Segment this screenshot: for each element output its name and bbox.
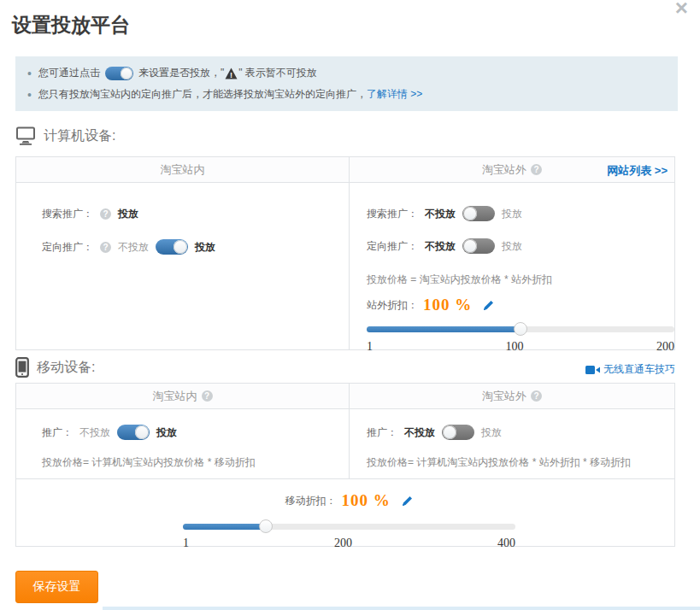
toggle-knob[interactable] xyxy=(174,240,187,254)
slider-min-label: 1 xyxy=(367,340,373,354)
header-taobao-inside: 淘宝站内 ? xyxy=(16,384,350,408)
header-label: 淘宝站外 xyxy=(482,389,526,404)
help-icon[interactable]: ? xyxy=(100,208,111,220)
search-promo-label: 搜索推广： xyxy=(42,207,93,221)
outside-discount-line: 站外折扣： 100 % xyxy=(367,296,674,314)
state-off-label: 不投放 xyxy=(404,425,435,440)
state-on-label: 投放 xyxy=(502,207,522,221)
state-off-label: 不投放 xyxy=(425,207,456,221)
target-promo-toggle[interactable] xyxy=(156,239,188,255)
slider-min-label: 1 xyxy=(183,537,189,550)
mobile-platform-table: 淘宝站内 ? 淘宝站外 ? 推广： 不投放 投放 投放价格= 计算机淘宝站内投放… xyxy=(15,383,675,547)
target-promo-label: 定向推广： xyxy=(367,239,418,254)
header-label: 淘宝站内 xyxy=(161,162,205,178)
notice-text-pre: 您可通过点击 xyxy=(38,66,100,80)
mobile-discount-line: 移动折扣： 100 % xyxy=(183,491,515,510)
target-promo-label: 定向推广： xyxy=(42,240,93,255)
computer-section-title: 计算机设备: xyxy=(44,127,115,145)
mobile-discount-value: 100 % xyxy=(341,491,390,510)
outside-discount-label: 站外折扣： xyxy=(367,298,418,313)
slider-fill xyxy=(367,326,521,332)
state-on-label: 投放 xyxy=(156,425,177,440)
mobile-outside-toggle[interactable] xyxy=(442,425,474,440)
notice-box: • 您可通过点击 来设置是否投放，" ! " 表示暂不可投放 • 您只有投放淘宝… xyxy=(15,56,678,111)
header-taobao-outside: 淘宝站外 ? xyxy=(350,384,674,408)
target-promo-toggle[interactable] xyxy=(462,238,495,254)
slider-max-label: 200 xyxy=(656,340,674,354)
promo-label: 推广： xyxy=(42,425,73,440)
notice-text-2: 您只有投放淘宝站内的定向推广后，才能选择投放淘宝站外的定向推广， xyxy=(38,87,367,102)
toggle-knob[interactable] xyxy=(443,425,456,439)
computer-section-header: 计算机设备: xyxy=(15,126,115,145)
slider-max-label: 400 xyxy=(497,537,515,550)
bullet-icon: • xyxy=(27,67,32,80)
slider-track[interactable] xyxy=(367,326,674,332)
slider-track[interactable] xyxy=(183,524,515,530)
state-on-label: 投放 xyxy=(481,425,502,440)
toggle-knob[interactable] xyxy=(463,207,477,220)
mobile-outside-formula: 投放价格= 计算机淘宝站内投放价格 * 站外折扣 * 移动折扣 xyxy=(367,455,674,470)
website-list-link[interactable]: 网站列表 >> xyxy=(607,163,668,179)
state-off-label: 不投放 xyxy=(118,240,149,255)
mobile-section-header: 移动设备: xyxy=(15,357,95,378)
close-icon[interactable]: × xyxy=(675,0,688,19)
mobile-section-title: 移动设备: xyxy=(37,359,95,377)
slider-mid-label: 200 xyxy=(334,537,352,550)
mobile-inside-toggle[interactable] xyxy=(117,425,150,440)
warning-triangle-icon: ! xyxy=(225,67,238,79)
page-bottom-edge xyxy=(103,607,700,610)
pencil-icon[interactable] xyxy=(401,495,414,507)
target-promo-row: 定向推广： ? 不投放 投放 xyxy=(42,238,349,256)
slider-mid-label: 100 xyxy=(506,340,524,354)
state-off-label: 不投放 xyxy=(425,239,456,254)
slider-labels: 1 200 400 xyxy=(183,537,515,550)
toggle-knob[interactable] xyxy=(135,425,149,439)
computer-inside-cell: 搜索推广： ? 投放 定向推广： ? 不投放 投放 xyxy=(16,183,350,350)
mobile-discount-label: 移动折扣： xyxy=(285,494,336,508)
search-promo-label: 搜索推广： xyxy=(367,207,418,221)
header-label: 淘宝站外 xyxy=(482,162,526,178)
bullet-icon: • xyxy=(27,88,32,102)
computer-outside-cell: 搜索推广： 不投放 投放 定向推广： 不投放 投放 投放价格 = 淘宝站内投放价… xyxy=(350,183,674,350)
promo-row: 推广： 不投放 投放 xyxy=(42,423,349,442)
pencil-icon[interactable] xyxy=(482,299,495,312)
slider-handle[interactable] xyxy=(514,322,527,336)
target-promo-row: 定向推广： 不投放 投放 xyxy=(367,237,674,255)
wireless-tips-link[interactable]: 无线直通车技巧 xyxy=(585,362,675,377)
state-on-label: 投放 xyxy=(195,240,215,255)
slider-handle[interactable] xyxy=(259,519,273,533)
outside-discount-slider: 1 100 200 xyxy=(367,326,674,354)
search-promo-toggle[interactable] xyxy=(462,206,495,221)
notice-line-2: • 您只有投放淘宝站内的定向推广后，才能选择投放淘宝站外的定向推广， 了解详情 … xyxy=(27,84,666,105)
learn-more-link[interactable]: 了解详情 >> xyxy=(367,87,422,102)
mobile-table-header: 淘宝站内 ? 淘宝站外 ? xyxy=(16,384,674,409)
header-taobao-inside: 淘宝站内 xyxy=(16,157,350,182)
monitor-icon xyxy=(15,126,36,145)
help-icon[interactable]: ? xyxy=(531,164,542,175)
search-promo-row: 搜索推广： 不投放 投放 xyxy=(367,204,674,223)
slider-fill xyxy=(183,524,266,530)
page-title: 设置投放平台 xyxy=(12,12,130,38)
state-on-label: 投放 xyxy=(502,239,522,254)
computer-table-header: 淘宝站内 淘宝站外 ? 网站列表 >> xyxy=(16,157,674,183)
outside-discount-value: 100 % xyxy=(423,296,472,314)
search-promo-row: 搜索推广： ? 投放 xyxy=(42,204,349,223)
help-icon[interactable]: ? xyxy=(100,242,111,253)
toggle-knob xyxy=(121,67,132,79)
slider-labels: 1 100 200 xyxy=(367,340,674,354)
header-label: 淘宝站内 xyxy=(153,389,197,404)
header-taobao-outside: 淘宝站外 ? 网站列表 >> xyxy=(350,157,674,182)
toggle-knob[interactable] xyxy=(463,239,477,253)
example-toggle xyxy=(105,67,133,80)
mobile-inside-formula: 投放价格= 计算机淘宝站内投放价格 * 移动折扣 xyxy=(42,455,349,470)
help-icon[interactable]: ? xyxy=(202,390,213,402)
notice-text-mid: 来设置是否投放，" xyxy=(138,66,224,80)
notice-line-1: • 您可通过点击 来设置是否投放，" ! " 表示暂不可投放 xyxy=(27,62,666,84)
mobile-discount-slider: 1 200 400 xyxy=(183,524,515,550)
wireless-tips-label: 无线直通车技巧 xyxy=(603,362,675,377)
promo-row: 推广： 不投放 投放 xyxy=(367,423,674,442)
mobile-outside-cell: 推广： 不投放 投放 投放价格= 计算机淘宝站内投放价格 * 站外折扣 * 移动… xyxy=(350,409,674,478)
mobile-inside-cell: 推广： 不投放 投放 投放价格= 计算机淘宝站内投放价格 * 移动折扣 xyxy=(16,409,350,478)
save-settings-button[interactable]: 保存设置 xyxy=(15,571,98,603)
help-icon[interactable]: ? xyxy=(531,390,542,402)
